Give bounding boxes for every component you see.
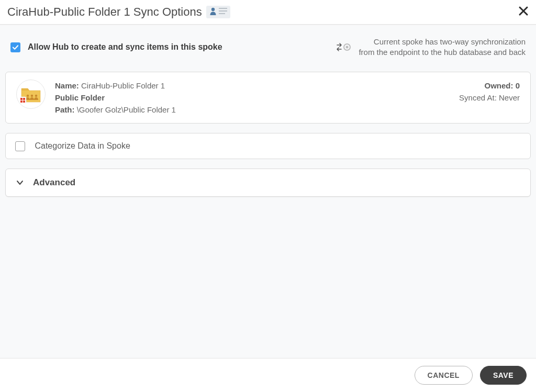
svg-point-5 — [346, 46, 349, 49]
synced-value: Never — [499, 93, 520, 102]
owned-label: Owned: — [484, 81, 513, 90]
owned-value: 0 — [516, 81, 520, 90]
dialog-title: CiraHub-Public Folder 1 Sync Options — [7, 5, 202, 19]
svg-rect-3 — [219, 13, 225, 14]
svg-point-7 — [31, 94, 34, 97]
name-value: CiraHub-Public Folder 1 — [81, 81, 165, 90]
svg-rect-11 — [23, 98, 25, 100]
svg-rect-13 — [23, 100, 25, 103]
dialog-footer: CANCEL SAVE — [0, 358, 536, 392]
allow-sync-checkbox[interactable] — [10, 42, 20, 52]
two-way-sync-icon — [337, 42, 351, 52]
spoke-name-row: Name: CiraHub-Public Folder 1 — [55, 80, 459, 92]
advanced-section[interactable]: Advanced — [5, 169, 531, 197]
type-value: Public Folder — [55, 93, 105, 102]
categorize-checkbox[interactable] — [15, 141, 25, 151]
spoke-info-card: Name: CiraHub-Public Folder 1 Public Fol… — [5, 72, 531, 124]
spoke-info-right: Owned: 0 Synced At: Never — [459, 80, 520, 104]
list-lines-icon — [219, 7, 227, 17]
synced-row: Synced At: Never — [459, 92, 520, 104]
svg-point-8 — [35, 94, 38, 97]
save-button[interactable]: SAVE — [480, 366, 527, 385]
spoke-type-row: Public Folder — [55, 92, 459, 104]
categorize-label: Categorize Data in Spoke — [35, 141, 130, 150]
svg-rect-12 — [20, 100, 23, 103]
allow-sync-label: Allow Hub to create and sync items in th… — [28, 42, 222, 52]
spoke-info-main: Name: CiraHub-Public Folder 1 Public Fol… — [55, 80, 459, 116]
dialog-content: Allow Hub to create and sync items in th… — [0, 25, 536, 358]
chevron-down-icon — [16, 180, 24, 185]
sync-description: Current spoke has two-way synchronizatio… — [359, 37, 526, 58]
svg-point-6 — [27, 94, 29, 97]
allow-sync-row: Allow Hub to create and sync items in th… — [5, 32, 531, 62]
synced-label: Synced At: — [459, 93, 497, 102]
svg-rect-1 — [219, 8, 227, 9]
cancel-button[interactable]: CANCEL — [415, 366, 473, 385]
path-label: Path: — [55, 105, 75, 114]
svg-rect-10 — [20, 98, 23, 100]
name-label: Name: — [55, 81, 79, 90]
svg-rect-2 — [219, 10, 227, 12]
owned-row: Owned: 0 — [459, 80, 520, 92]
dialog-header: CiraHub-Public Folder 1 Sync Options — [0, 0, 536, 25]
person-icon — [209, 7, 217, 17]
svg-point-0 — [211, 8, 215, 11]
sync-description-wrap: Current spoke has two-way synchronizatio… — [337, 37, 526, 58]
public-folder-icon — [16, 80, 46, 109]
path-value: \Goofer Golz\Public Folder 1 — [77, 105, 176, 114]
spoke-path-row: Path: \Goofer Golz\Public Folder 1 — [55, 104, 459, 116]
sync-options-dialog: CiraHub-Public Folder 1 Sync Options — [0, 0, 536, 392]
sync-desc-line1: Current spoke has two-way synchronizatio… — [359, 37, 526, 47]
header-badge — [206, 6, 230, 18]
sync-desc-line2: from the endpoint to the hub database an… — [359, 47, 526, 58]
categorize-card: Categorize Data in Spoke — [5, 133, 531, 159]
advanced-label: Advanced — [33, 177, 75, 188]
close-icon[interactable] — [518, 6, 529, 18]
